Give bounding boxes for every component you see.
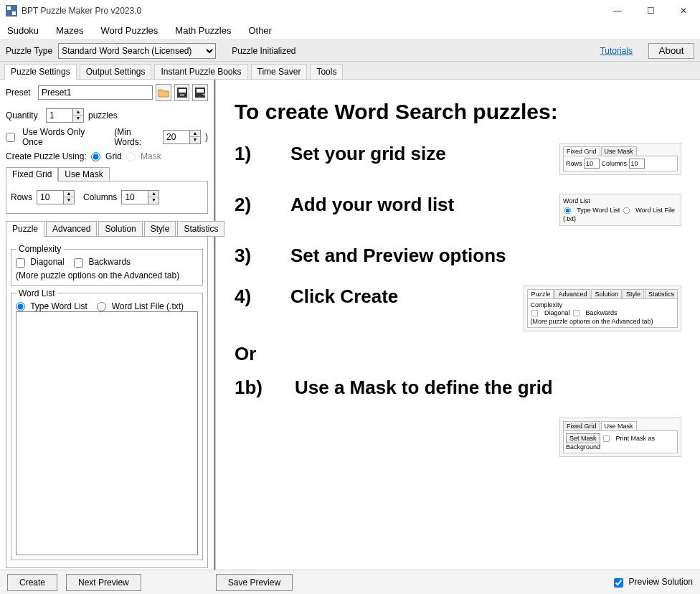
use-words-once-label: Use Words Only Once — [22, 127, 104, 147]
create-mask-radio[interactable]: Mask — [126, 151, 161, 161]
diagonal-checkbox[interactable]: Diagonal — [16, 257, 65, 267]
puzzle-type-label: Puzzle Type — [6, 46, 52, 56]
create-grid-radio[interactable]: Grid — [91, 151, 122, 161]
step3-num: 3) — [235, 245, 270, 267]
step1b-thumb: Fixed GridUse Mask Set Mask Print Mask a… — [559, 418, 681, 457]
step3-text: Set and Preview options — [290, 245, 539, 267]
tab-fixed-grid[interactable]: Fixed Grid — [6, 167, 58, 182]
backwards-checkbox[interactable]: Backwards — [74, 257, 131, 267]
rows-stepper[interactable]: ▲▼ — [64, 190, 75, 204]
puzzle-status: Puzzle Initialized — [232, 46, 295, 56]
next-preview-button[interactable]: Next Preview — [66, 574, 141, 591]
preview-solution-checkbox[interactable]: Preview Solution — [614, 577, 693, 587]
complexity-note: (More puzzle options on the Advanced tab… — [16, 270, 198, 280]
step1-thumb: Fixed GridUse Mask Rows Columns — [559, 143, 681, 175]
save-preset-icon[interactable] — [174, 84, 190, 101]
preset-input[interactable] — [38, 85, 153, 100]
complexity-legend: Complexity — [16, 244, 64, 254]
app-icon — [6, 5, 17, 16]
left-panel: Preset + Quantity ▲▼ puzzles Use Words O… — [0, 80, 215, 570]
min-words-label: (Min Words: — [114, 127, 159, 147]
menu-mazes[interactable]: Mazes — [56, 25, 83, 36]
columns-stepper[interactable]: ▲▼ — [148, 190, 159, 204]
tab-statistics[interactable]: Statistics — [177, 221, 224, 237]
svg-text:+: + — [202, 91, 205, 98]
tab-output-settings[interactable]: Output Settings — [80, 64, 152, 79]
step1-num: 1) — [235, 143, 270, 165]
wordlist-legend: Word List — [16, 288, 57, 298]
step1-text: Set your grid size — [290, 143, 539, 165]
puzzle-type-row: Puzzle Type Standard Word Search (Licens… — [0, 40, 700, 62]
menu-math-puzzles[interactable]: Math Puzzles — [175, 25, 231, 36]
menu-word-puzzles[interactable]: Word Puzzles — [100, 25, 158, 36]
rows-input[interactable] — [37, 190, 64, 204]
create-using-label: Create Puzzle Using: — [6, 151, 87, 161]
menu-sudoku[interactable]: Sudoku — [7, 25, 39, 36]
use-words-once-checkbox[interactable] — [6, 133, 15, 142]
min-words-close: ) — [205, 132, 208, 142]
save-preview-button[interactable]: Save Preview — [216, 574, 293, 591]
step1b-num: 1b) — [235, 377, 275, 399]
tab-style[interactable]: Style — [144, 221, 176, 237]
minimize-button[interactable]: — — [601, 0, 634, 22]
save-as-preset-icon[interactable]: + — [192, 84, 208, 101]
quantity-input[interactable] — [46, 108, 73, 123]
tab-puzzle[interactable]: Puzzle — [6, 221, 44, 237]
bottom-bar: Create Next Preview Save Preview Preview… — [0, 570, 700, 594]
step2-text: Add your word list — [290, 194, 539, 216]
min-words-stepper[interactable]: ▲▼ — [190, 130, 201, 144]
tab-tools[interactable]: Tools — [310, 64, 343, 79]
step2-thumb: Word List Type Word List Word List File … — [559, 194, 681, 226]
quantity-label: Quantity — [6, 110, 42, 121]
tutorials-link[interactable]: Tutorials — [600, 46, 633, 56]
settings-tabs: Puzzle Settings Output Settings Instant … — [0, 62, 700, 79]
step4-num: 4) — [235, 286, 270, 308]
file-wordlist-radio[interactable]: Word List File (.txt) — [97, 301, 184, 311]
quantity-stepper[interactable]: ▲▼ — [73, 108, 84, 123]
menu-other[interactable]: Other — [248, 25, 272, 36]
window-title: BPT Puzzle Maker Pro v2023.0 — [22, 6, 601, 16]
instructions-heading: To create Word Search puzzles: — [235, 100, 681, 124]
puzzle-type-select[interactable]: Standard Word Search (Licensed) — [58, 43, 216, 59]
tab-puzzle-settings[interactable]: Puzzle Settings — [4, 64, 77, 80]
complexity-group: Complexity Diagonal Backwards (More puzz… — [11, 244, 203, 285]
columns-input[interactable] — [121, 190, 148, 204]
step1b-text: Use a Mask to define the grid — [295, 377, 681, 399]
svg-rect-4 — [179, 89, 186, 93]
step2-num: 2) — [235, 194, 270, 216]
min-words-input[interactable] — [163, 130, 190, 144]
open-preset-icon[interactable] — [156, 84, 171, 101]
preset-label: Preset — [6, 88, 35, 98]
svg-rect-2 — [12, 11, 16, 15]
create-button[interactable]: Create — [7, 574, 57, 591]
maximize-button[interactable]: ☐ — [634, 0, 667, 22]
rows-label: Rows — [11, 192, 32, 202]
step4-text: Click Create — [290, 286, 503, 308]
tab-use-mask[interactable]: Use Mask — [58, 167, 109, 182]
preview-panel: To create Word Search puzzles: 1) Set yo… — [215, 80, 700, 570]
menu-bar: Sudoku Mazes Word Puzzles Math Puzzles O… — [0, 22, 700, 40]
tab-time-saver[interactable]: Time Saver — [251, 64, 308, 79]
title-bar: BPT Puzzle Maker Pro v2023.0 — ☐ ✕ — [0, 0, 700, 22]
about-button[interactable]: About — [648, 43, 694, 59]
tab-instant-books[interactable]: Instant Puzzle Books — [154, 64, 247, 79]
svg-rect-1 — [7, 6, 11, 10]
type-wordlist-radio[interactable]: Type Word List — [16, 301, 88, 311]
wordlist-group: Word List Type Word List Word List File … — [11, 288, 203, 560]
wordlist-textarea[interactable] — [16, 311, 198, 555]
columns-label: Columns — [83, 192, 117, 202]
quantity-unit: puzzles — [88, 110, 118, 121]
close-button[interactable]: ✕ — [667, 0, 700, 22]
step4-thumb: Puzzle Advanced Solution Style Statistic… — [524, 286, 681, 331]
svg-rect-5 — [180, 94, 184, 96]
tab-solution[interactable]: Solution — [98, 221, 142, 237]
or-text: Or — [235, 343, 681, 365]
tab-advanced[interactable]: Advanced — [46, 221, 97, 237]
